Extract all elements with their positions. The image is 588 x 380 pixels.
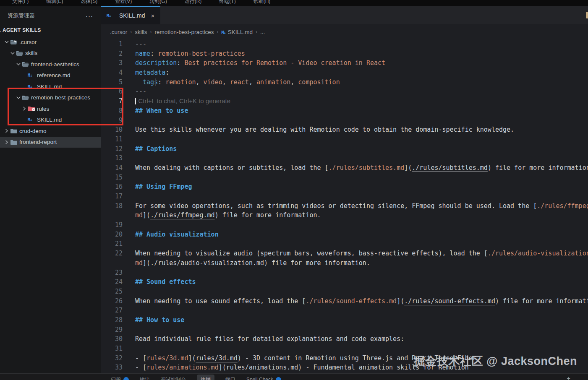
code-line[interactable]: 20## Audio visualization (101, 230, 588, 239)
panel-tab-spell-check[interactable]: Spell Check (246, 375, 281, 380)
code-line[interactable]: 27 (101, 306, 588, 315)
code-line[interactable]: 13 (101, 154, 588, 163)
chevron-down-icon (9, 50, 16, 57)
code-line[interactable]: 29 (101, 325, 588, 335)
chevron-right-icon (3, 139, 10, 146)
breadcrumb-label: ... (260, 29, 265, 35)
line-number: 4 (101, 68, 123, 78)
menu-item[interactable]: 编辑(E) (37, 0, 72, 5)
tree-item-rules[interactable]: rules (0, 103, 101, 115)
code-line[interactable]: 31 (101, 344, 588, 354)
code-line[interactable]: 30Read individual rule files for detaile… (101, 334, 588, 344)
code-token: ) (238, 354, 241, 362)
menu-item[interactable]: 转到(G) (141, 0, 175, 5)
code-token: [ (143, 354, 146, 362)
code-token: , (222, 78, 230, 86)
code-token: ) (495, 297, 499, 305)
tree-item--cursor[interactable]: .cursor (0, 36, 101, 48)
code-line[interactable]: 8## When to use (101, 106, 588, 116)
editor-group: M↓ SKILL.md × .cursor›skills›remotion-be… (101, 6, 588, 373)
panel-tab-端口[interactable]: 端口 (225, 375, 235, 380)
tab-skill-md[interactable]: M↓ SKILL.md × (101, 6, 160, 24)
tree-item-frontend-report[interactable]: frontend-report (0, 137, 101, 148)
code-line-content: Read individual rule files for detailed … (123, 334, 588, 344)
code-line[interactable]: 5 tags: remotion, video, react, animatio… (101, 78, 588, 87)
panel-tab-调试控制台[interactable]: 调试控制台 (161, 375, 186, 380)
tree-item-frontend-aesthetics[interactable]: frontend-aesthetics (0, 59, 101, 70)
code-token: , (290, 78, 298, 86)
code-line[interactable]: 24## Sound effects (101, 277, 588, 287)
file-tree: .cursorskillsfrontend-aestheticsM↓refere… (0, 36, 101, 148)
code-line[interactable]: 2name: remotion-best-practices (101, 49, 588, 59)
menu-item[interactable]: 查看(V) (106, 0, 141, 5)
panel-tab-问题[interactable]: 问题 (111, 375, 129, 380)
breadcrumb-item-skills[interactable]: skills (135, 29, 147, 35)
breadcrumb-item-remotion-best-practices[interactable]: remotion-best-practices (155, 29, 214, 35)
code-line[interactable]: 9 (101, 116, 588, 125)
badge (123, 377, 129, 380)
breadcrumb-item-skill-md[interactable]: M↓SKILL.md (222, 29, 253, 35)
menu-item[interactable]: 终端(T) (210, 0, 244, 5)
tree-item-label: rules (37, 106, 49, 112)
code-token: video (204, 78, 222, 86)
breadcrumb-label: skills (135, 29, 147, 35)
breadcrumb-item--[interactable]: ... (260, 29, 265, 35)
code-line[interactable]: 28## How to use (101, 315, 588, 325)
code-line[interactable]: 18For some video operations, such as tri… (101, 201, 588, 211)
code-line[interactable]: 6--- (101, 87, 588, 96)
line-number: 24 (101, 277, 123, 287)
editor-action-icon[interactable] (586, 12, 588, 18)
line-number: 19 (101, 220, 123, 230)
tree-item-skills[interactable]: skills (0, 48, 101, 59)
code-line[interactable]: 14When dealing with captions or subtitle… (101, 163, 588, 173)
close-icon[interactable]: × (151, 12, 154, 19)
code-line-content (123, 192, 588, 201)
tree-item-skill-md[interactable]: M↓SKILL.md (0, 115, 101, 126)
code-line[interactable]: 12## Captions (101, 144, 588, 154)
code-line[interactable]: 17 (101, 192, 588, 201)
add-terminal-button[interactable]: + (567, 375, 570, 380)
more-actions-icon[interactable]: ··· (86, 12, 93, 19)
code-token: , (196, 78, 204, 86)
code-line[interactable]: 7Ctrl+L to chat, Ctrl+K to generate (101, 96, 588, 106)
tree-item-remotion-best-practices[interactable]: remotion-best-practices (0, 92, 101, 104)
panel-bar: 问题输出调试控制台终端端口Spell Check+ (0, 373, 588, 380)
code-token: : (150, 50, 158, 57)
code-line[interactable]: 11 (101, 135, 588, 144)
code-line-content: ## Using FFmpeg (123, 182, 588, 192)
folder-open-icon (16, 50, 25, 56)
code-line[interactable]: 19 (101, 220, 588, 230)
tree-item-label: frontend-aesthetics (31, 61, 79, 68)
code-line[interactable]: 1--- (101, 39, 588, 49)
code-line[interactable]: md](./rules/ffmpeg.md) file for more inf… (101, 211, 588, 220)
tree-item-skill-md[interactable]: M↓SKILL.md (0, 81, 101, 92)
markdown-icon: M↓ (107, 13, 116, 18)
line-number: 23 (101, 268, 123, 278)
code-line[interactable]: 10Use this skills whenever you are deali… (101, 125, 588, 135)
panel-tab-输出[interactable]: 输出 (140, 375, 150, 380)
breadcrumb-item--cursor[interactable]: .cursor (110, 29, 127, 35)
code-line[interactable]: 16## Using FFmpeg (101, 182, 588, 192)
tree-item-label: crud-demo (19, 128, 47, 134)
menu-item[interactable]: 选择(S) (72, 0, 106, 5)
tree-item-reference-md[interactable]: M↓reference.md (0, 70, 101, 81)
code-token: , (249, 78, 256, 86)
panel-tab-终端[interactable]: 终端 (197, 375, 214, 380)
code-line[interactable]: 25 (101, 287, 588, 297)
code-token: : (158, 78, 165, 86)
code-line[interactable]: 21 (101, 239, 588, 249)
agent-skills-section-header[interactable]: ⌄ AGENT SKILLS (0, 25, 101, 35)
tree-item-crud-demo[interactable]: crud-demo (0, 125, 101, 137)
code-line[interactable]: 26When needing to use sound effects, loa… (101, 297, 588, 306)
code-line[interactable]: 22When needing to visualize audio (spect… (101, 249, 588, 258)
code-line[interactable]: 23 (101, 268, 588, 278)
menu-item[interactable]: 运行(R) (176, 0, 211, 5)
code-line[interactable]: md](./rules/audio-visualization.md) file… (101, 258, 588, 268)
menu-item[interactable]: 帮助(H) (245, 0, 280, 5)
folder-icon (10, 139, 19, 145)
code-line[interactable]: 15 (101, 173, 588, 182)
code-line[interactable]: 3description: Best practices for Remotio… (101, 58, 588, 68)
code-token: [ (533, 202, 537, 210)
code-line[interactable]: 4metadata: (101, 68, 588, 78)
menu-item[interactable]: 文件(F) (3, 0, 37, 5)
